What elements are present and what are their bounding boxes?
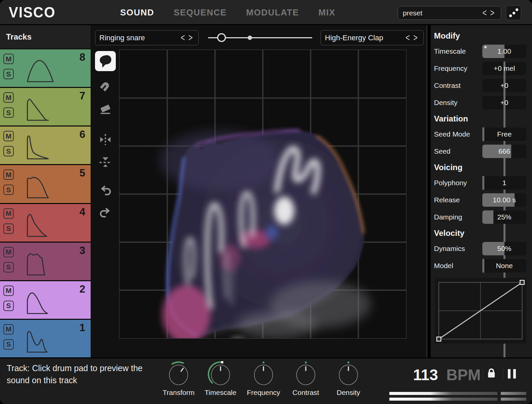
waveform-icon xyxy=(26,172,66,199)
tempo-lock-icon[interactable] xyxy=(486,368,496,378)
tab-mix[interactable]: MIX xyxy=(319,7,336,18)
mute-button[interactable]: M xyxy=(3,324,14,335)
track-row-2[interactable]: MS2 xyxy=(0,281,91,319)
source-b-next-icon[interactable]: > xyxy=(412,32,419,44)
tab-modulate[interactable]: MODULATE xyxy=(246,7,299,18)
tab-sequence[interactable]: SEQUENCE xyxy=(174,7,227,18)
solo-button[interactable]: S xyxy=(3,339,14,350)
preset-prev-icon[interactable]: < xyxy=(481,7,488,19)
redo-button[interactable] xyxy=(95,203,116,223)
bpm-value[interactable]: 113 xyxy=(413,366,438,384)
param-timescale-control[interactable]: 1.00 xyxy=(482,45,526,58)
magnet-tool[interactable] xyxy=(95,76,116,96)
param-seed-value: 666 xyxy=(482,145,526,158)
level-meter xyxy=(389,398,497,401)
transform-tool-icon xyxy=(98,54,113,68)
param-dynamics: Dynamics50% xyxy=(434,242,526,255)
param-seed-control[interactable]: 666 xyxy=(482,145,526,158)
solo-button[interactable]: S xyxy=(3,223,14,234)
tab-sound[interactable]: SOUND xyxy=(120,7,154,18)
curve-handle-start[interactable] xyxy=(437,337,441,341)
knob-timescale[interactable]: Timescale xyxy=(198,361,243,397)
source-b-prev-icon[interactable]: < xyxy=(404,32,412,44)
track-row-1[interactable]: MS1 xyxy=(0,320,91,357)
eraser-tool[interactable] xyxy=(95,99,116,119)
mute-button[interactable]: M xyxy=(3,131,14,141)
preset-selector[interactable]: preset < > xyxy=(398,6,501,20)
param-density-label: Density xyxy=(434,99,457,107)
knob-contrast[interactable]: Contrast xyxy=(284,361,328,397)
morph-ring-handle[interactable] xyxy=(217,33,226,42)
param-seed: Seed666 xyxy=(434,145,526,158)
param-dynamics-control[interactable]: 50% xyxy=(482,242,526,255)
curve-handle-end[interactable] xyxy=(520,280,524,284)
source-a-next-icon[interactable]: > xyxy=(187,32,194,44)
param-dynamics-label: Dynamics xyxy=(434,245,465,253)
flip-horizontal-tool[interactable] xyxy=(95,130,116,150)
source-a-prev-icon[interactable]: < xyxy=(179,32,187,44)
velocity-section-title: Velocity xyxy=(434,229,532,238)
track-row-4[interactable]: MS4 xyxy=(0,204,91,242)
knob-dial-icon[interactable] xyxy=(251,361,276,387)
magnet-tool-icon xyxy=(98,79,113,93)
flip-vertical-tool[interactable] xyxy=(95,152,116,172)
knob-dial-icon[interactable] xyxy=(293,361,319,387)
param-timescale: Timescale1.00 xyxy=(434,45,526,58)
param-release-control[interactable]: 10.00 s xyxy=(482,193,526,207)
mute-button[interactable]: M xyxy=(3,208,14,219)
randomize-dots-button[interactable] xyxy=(506,5,521,20)
solo-button[interactable]: S xyxy=(3,107,14,118)
track-row-8[interactable]: MS8 xyxy=(0,49,91,87)
divider xyxy=(503,368,503,379)
param-seed-mode-control[interactable]: Free xyxy=(482,128,526,141)
solo-button[interactable]: S xyxy=(3,69,14,79)
mute-button[interactable]: M xyxy=(3,247,14,257)
mute-button[interactable]: M xyxy=(3,169,14,180)
knob-frequency[interactable]: Frequency xyxy=(241,361,286,397)
velocity-curve-plot xyxy=(435,278,526,344)
knob-transform[interactable]: Transform xyxy=(156,361,201,397)
knob-dial-icon[interactable] xyxy=(336,361,361,387)
source-a-selector[interactable]: Ringing snare < > xyxy=(95,30,199,45)
velocity-curve-editor[interactable] xyxy=(435,278,526,344)
flip-horizontal-tool-icon xyxy=(98,132,113,147)
param-frequency-control[interactable]: +0 mel xyxy=(482,62,526,75)
knob-label: Contrast xyxy=(284,389,328,397)
param-contrast-control[interactable]: +0 xyxy=(482,79,526,92)
param-damping-control[interactable]: 25% xyxy=(482,210,526,224)
track-row-3[interactable]: MS3 xyxy=(0,243,91,280)
preset-next-icon[interactable]: > xyxy=(488,7,496,19)
track-row-6[interactable]: MS6 xyxy=(0,127,91,164)
param-seed-mode: Seed ModeFree xyxy=(434,128,526,141)
source-b-selector[interactable]: High-Energy Clap < > xyxy=(321,30,424,45)
param-density-control[interactable]: +0 xyxy=(482,96,526,109)
knob-dial-icon[interactable] xyxy=(208,361,233,387)
mute-button[interactable]: M xyxy=(3,54,14,64)
track-row-5[interactable]: MS5 xyxy=(0,165,91,203)
param-model-control[interactable]: None xyxy=(482,259,526,272)
knob-density[interactable]: Density xyxy=(326,361,371,397)
pause-button[interactable] xyxy=(508,369,516,378)
undo-button[interactable] xyxy=(95,181,116,201)
solo-button[interactable]: S xyxy=(3,146,14,156)
morph-dot-handle[interactable] xyxy=(248,36,252,40)
panel-divider xyxy=(427,25,427,357)
solo-button[interactable]: S xyxy=(3,262,14,272)
mute-button[interactable]: M xyxy=(3,286,14,296)
track-row-7[interactable]: MS7 xyxy=(0,88,91,125)
param-frequency-label: Frequency xyxy=(434,64,467,72)
mute-button[interactable]: M xyxy=(3,92,14,103)
param-density: Density+0 xyxy=(434,96,526,109)
solo-button[interactable]: S xyxy=(3,301,14,311)
morph-slider[interactable] xyxy=(208,30,312,45)
variation-section-title: Variation xyxy=(434,114,532,123)
transform-tool[interactable] xyxy=(95,51,116,71)
knob-dial-icon[interactable] xyxy=(166,361,191,387)
pause-bar-icon xyxy=(513,369,516,378)
solo-button[interactable]: S xyxy=(3,185,14,195)
waveform-icon xyxy=(26,56,66,83)
param-polyphony-control[interactable]: 1 xyxy=(482,176,526,190)
sound-canvas[interactable] xyxy=(119,50,406,339)
bpm-display[interactable]: 113 BPM xyxy=(393,366,481,384)
bpm-unit: BPM xyxy=(446,366,481,384)
